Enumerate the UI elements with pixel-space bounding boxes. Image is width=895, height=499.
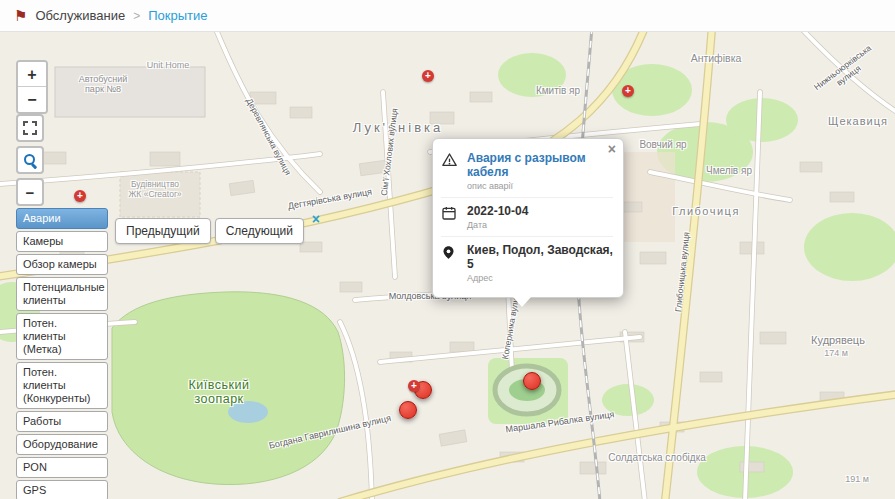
pager: Предыдущий Следующий × <box>115 218 304 244</box>
layer-button-6[interactable]: Работы <box>16 411 108 432</box>
popup-tail <box>513 297 531 307</box>
next-button[interactable]: Следующий <box>215 218 304 244</box>
incident-marker[interactable] <box>523 372 541 390</box>
incident-popup: × Авария с разрывом кабеля опис аварії 2… <box>432 138 624 298</box>
fullscreen-button[interactable] <box>16 114 44 142</box>
layer-button-1[interactable]: Камеры <box>16 231 108 252</box>
breadcrumb-section[interactable]: Обслуживание <box>35 8 125 23</box>
layer-panel: АварииКамерыОбзор камерыПотенциальные кл… <box>16 208 108 499</box>
incident-address-caption: Адрес <box>467 273 613 283</box>
incident-address: Киев, Подол, Заводская, 5 <box>467 243 613 271</box>
calendar-icon <box>441 204 459 225</box>
breadcrumb: ⚑ Обслуживание > Покрытие <box>0 0 895 32</box>
incident-date-caption: Дата <box>467 220 528 230</box>
map-canvas[interactable]: Лук'янівкаКиївський зоопаркКмитів ярВовч… <box>0 32 895 499</box>
warning-icon <box>441 151 459 172</box>
layer-button-9[interactable]: GPS <box>16 480 108 499</box>
breadcrumb-separator-icon: > <box>133 9 140 23</box>
popup-close-button[interactable]: × <box>608 142 616 156</box>
incident-caption: опис аварії <box>467 181 613 191</box>
flag-icon: ⚑ <box>14 8 27 23</box>
prev-button[interactable]: Предыдущий <box>115 218 211 244</box>
search-icon <box>23 153 37 167</box>
layer-button-4[interactable]: Потен. клиенты (Метка) <box>16 313 108 360</box>
collapse-panel-button[interactable]: − <box>16 178 44 206</box>
search-button[interactable] <box>16 146 44 174</box>
popup-row-address: Киев, Подол, Заводская, 5 Адрес <box>441 236 613 289</box>
layer-button-0[interactable]: Аварии <box>16 208 108 229</box>
zoom-in-button[interactable]: + <box>18 62 46 87</box>
coverage-page: ⚑ Обслуживание > Покрытие <box>0 0 895 499</box>
layer-button-7[interactable]: Оборудование <box>16 434 108 455</box>
incident-marker[interactable] <box>399 401 417 419</box>
layer-button-3[interactable]: Потенциальные клиенты <box>16 277 108 311</box>
incident-marker[interactable] <box>414 381 432 399</box>
popup-row-date: 2022-10-04 Дата <box>441 197 613 236</box>
pager-close-button[interactable]: × <box>312 212 320 226</box>
incident-date: 2022-10-04 <box>467 204 528 218</box>
breadcrumb-page[interactable]: Покрытие <box>148 8 207 23</box>
fullscreen-icon <box>23 121 37 135</box>
layer-button-2[interactable]: Обзор камеры <box>16 254 108 275</box>
incident-title-link[interactable]: Авария с разрывом кабеля <box>467 151 613 179</box>
layer-button-5[interactable]: Потен. клиенты (Конкуренты) <box>16 362 108 409</box>
zoom-control: + − <box>16 60 48 114</box>
zoom-out-button[interactable]: − <box>18 87 46 112</box>
popup-row-incident: Авария с разрывом кабеля опис аварії <box>441 145 613 197</box>
layer-button-8[interactable]: PON <box>16 457 108 478</box>
pin-icon <box>441 243 459 265</box>
